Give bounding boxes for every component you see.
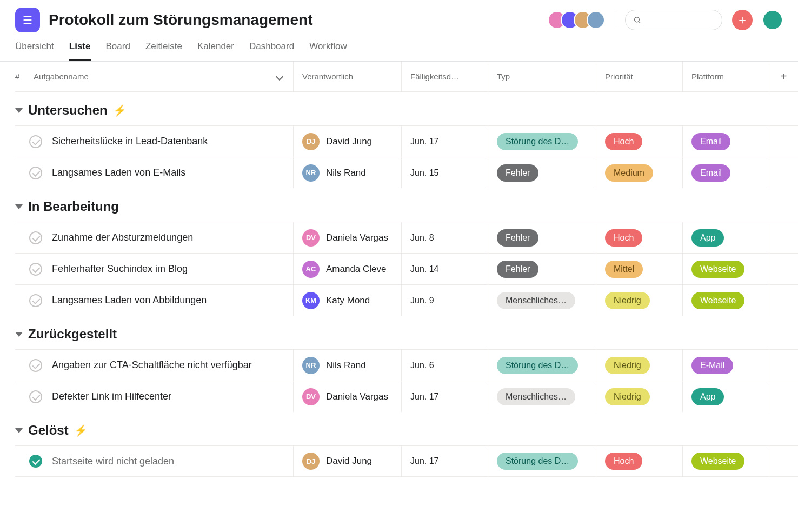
column-priority[interactable]: Priorität [596, 62, 682, 91]
section-title: Gelöst [28, 423, 69, 438]
type-pill[interactable]: Störung des D… [497, 357, 578, 374]
priority-pill[interactable]: Medium [605, 164, 653, 182]
user-avatar[interactable] [762, 10, 783, 30]
section-title: In Bearbeitung [28, 199, 119, 214]
platform-pill[interactable]: Email [691, 164, 730, 182]
task-row[interactable]: Langsames Laden von AbbildungenKMKaty Mo… [15, 284, 798, 316]
task-name: Angaben zur CTA-Schaltfläche nicht verfü… [52, 360, 252, 371]
task-name: Langsames Laden von Abbildungen [52, 295, 207, 306]
tab-kalender[interactable]: Kalender [197, 41, 234, 61]
add-column-button[interactable]: + [769, 62, 798, 91]
priority-pill[interactable]: Hoch [605, 453, 642, 470]
type-pill[interactable]: Menschliches… [497, 292, 575, 309]
section-header[interactable]: Gelöst⚡ [15, 412, 798, 445]
assignee-avatar: DV [302, 388, 320, 405]
row-extra-cell [769, 381, 798, 412]
platform-pill[interactable]: E-Mail [691, 357, 733, 374]
priority-pill[interactable]: Hoch [605, 229, 642, 247]
section-header[interactable]: In Bearbeitung [15, 188, 798, 222]
tab-dashboard[interactable]: Dashboard [249, 41, 294, 61]
type-pill[interactable]: Menschliches… [497, 388, 575, 405]
column-platform[interactable]: Plattform [682, 62, 769, 91]
due-date[interactable]: Jun. 9 [401, 285, 488, 316]
task-row[interactable]: Defekter Link im HilfecenterDVDaniela Va… [15, 381, 798, 412]
due-date[interactable]: Jun. 17 [401, 381, 488, 412]
section-header[interactable]: Zurückgestellt [15, 316, 798, 349]
task-name: Startseite wird nicht geladen [52, 456, 174, 467]
column-type[interactable]: Typ [488, 62, 596, 91]
column-hash[interactable]: # [15, 72, 34, 81]
column-name-label: Aufgabenname [34, 72, 89, 81]
task-row[interactable]: Fehlerhafter Suchindex im BlogACAmanda C… [15, 253, 798, 284]
platform-pill[interactable]: Webseite [691, 453, 744, 470]
complete-toggle[interactable] [29, 135, 42, 148]
chevron-down-icon[interactable] [276, 72, 283, 80]
column-name[interactable]: Aufgabenname [34, 72, 293, 81]
task-row[interactable]: Sicherheitslücke in Lead-DatenbankDJDavi… [15, 125, 798, 157]
complete-toggle[interactable] [29, 167, 42, 179]
column-due[interactable]: Fälligkeitsd… [401, 62, 488, 91]
priority-pill[interactable]: Niedrig [605, 357, 650, 374]
complete-toggle[interactable] [29, 294, 42, 307]
platform-pill[interactable]: Webseite [691, 261, 744, 278]
complete-toggle[interactable] [29, 263, 42, 276]
add-button[interactable]: ＋ [732, 10, 753, 30]
divider [615, 11, 615, 29]
task-name: Defekter Link im Hilfecenter [52, 391, 171, 402]
complete-toggle[interactable] [29, 455, 42, 468]
caret-down-icon [15, 204, 23, 209]
priority-pill[interactable]: Niedrig [605, 388, 650, 405]
tab-workflow[interactable]: Workflow [309, 41, 347, 61]
member-avatars[interactable] [548, 11, 605, 29]
column-assignee[interactable]: Verantwortlich [293, 62, 401, 91]
assignee-name: Katy Mond [326, 295, 370, 306]
caret-down-icon [15, 332, 23, 337]
caret-down-icon [15, 428, 23, 433]
type-pill[interactable]: Fehler [497, 164, 538, 182]
search-input[interactable] [646, 16, 714, 25]
plus-icon: + [781, 70, 787, 83]
due-date[interactable]: Jun. 6 [401, 350, 488, 381]
project-icon[interactable]: ☰ [15, 8, 40, 32]
due-date[interactable]: Jun. 17 [401, 126, 488, 157]
type-pill[interactable]: Fehler [497, 229, 538, 247]
type-pill[interactable]: Störung des D… [497, 133, 578, 150]
task-name: Sicherheitslücke in Lead-Datenbank [52, 136, 208, 147]
tab-übersicht[interactable]: Übersicht [15, 41, 54, 61]
task-row[interactable]: Zunahme der AbsturzmeldungenDVDaniela Va… [15, 222, 798, 253]
avatar [587, 11, 605, 29]
bolt-icon: ⚡ [113, 104, 127, 117]
due-date[interactable]: Jun. 15 [401, 157, 488, 188]
tab-board[interactable]: Board [106, 41, 130, 61]
task-row[interactable]: Startseite wird nicht geladenDJDavid Jun… [15, 445, 798, 477]
priority-pill[interactable]: Mittel [605, 261, 643, 278]
search-box[interactable] [625, 10, 722, 30]
platform-pill[interactable]: App [691, 229, 724, 247]
priority-pill[interactable]: Niedrig [605, 292, 650, 309]
complete-toggle[interactable] [29, 390, 42, 403]
tab-liste[interactable]: Liste [69, 41, 91, 61]
assignee-avatar: DJ [302, 133, 320, 150]
row-extra-cell [769, 446, 798, 476]
assignee-name: David Jung [326, 136, 372, 147]
due-date[interactable]: Jun. 8 [401, 222, 488, 253]
platform-pill[interactable]: Email [691, 133, 730, 150]
search-icon [633, 15, 641, 25]
task-name: Fehlerhafter Suchindex im Blog [52, 263, 188, 275]
task-row[interactable]: Angaben zur CTA-Schaltfläche nicht verfü… [15, 349, 798, 381]
due-date[interactable]: Jun. 14 [401, 254, 488, 284]
complete-toggle[interactable] [29, 231, 42, 244]
assignee-avatar: AC [302, 261, 320, 278]
assignee-name: Amanda Cleve [326, 264, 387, 275]
tab-zeitleiste[interactable]: Zeitleiste [145, 41, 182, 61]
row-extra-cell [769, 350, 798, 381]
section-header[interactable]: Untersuchen⚡ [15, 92, 798, 125]
platform-pill[interactable]: App [691, 388, 724, 405]
complete-toggle[interactable] [29, 359, 42, 372]
task-row[interactable]: Langsames Laden von E-MailsNRNils RandJu… [15, 157, 798, 188]
type-pill[interactable]: Fehler [497, 261, 538, 278]
type-pill[interactable]: Störung des D… [497, 453, 578, 470]
platform-pill[interactable]: Webseite [691, 292, 744, 309]
priority-pill[interactable]: Hoch [605, 133, 642, 150]
due-date[interactable]: Jun. 17 [401, 446, 488, 476]
